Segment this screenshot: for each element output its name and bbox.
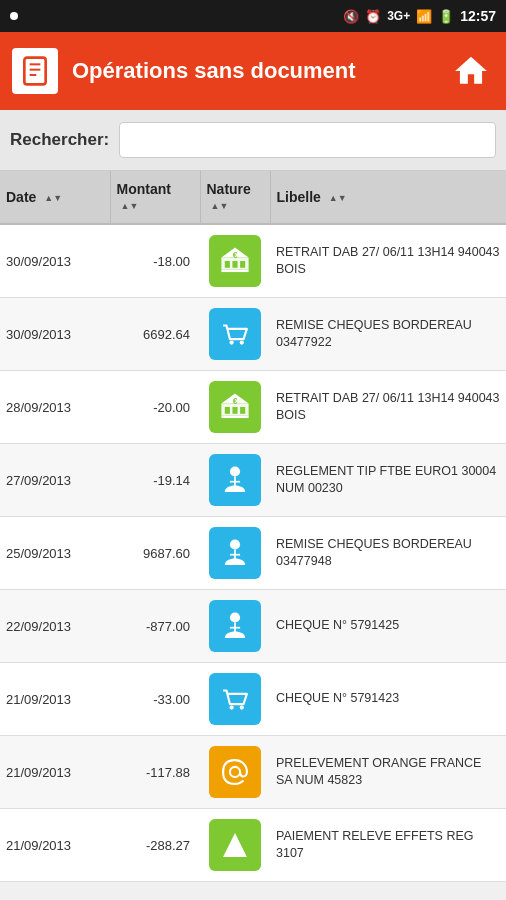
table-row: 27/09/2013 -19.14 REGLEMENT TIP FTBE EUR… <box>0 444 506 517</box>
svg-point-20 <box>230 466 240 476</box>
cell-libelle: REGLEMENT TIP FTBE EURO1 30004 NUM 00230 <box>270 444 506 517</box>
svg-text:€: € <box>233 396 238 406</box>
alarm-icon: ⏰ <box>365 9 381 24</box>
operations-table-container: Date ▲▼ Montant ▲▼ Nature ▲▼ Libelle ▲▼ … <box>0 171 506 900</box>
cell-date: 21/09/2013 <box>0 663 110 736</box>
cell-montant: -288.27 <box>110 809 200 882</box>
document-icon <box>12 48 58 94</box>
cell-date: 21/09/2013 <box>0 736 110 809</box>
svg-point-23 <box>230 539 240 549</box>
android-dot <box>10 12 18 20</box>
bank-icon: € <box>209 381 261 433</box>
home-button[interactable] <box>448 48 494 94</box>
col-nature[interactable]: Nature ▲▼ <box>200 171 270 224</box>
col-montant[interactable]: Montant ▲▼ <box>110 171 200 224</box>
cell-date: 30/09/2013 <box>0 298 110 371</box>
cell-date: 22/09/2013 <box>0 590 110 663</box>
cell-date: 27/09/2013 <box>0 444 110 517</box>
table-row: 21/09/2013 -117.88 PRELEVEMENT ORANGE FR… <box>0 736 506 809</box>
cell-nature <box>200 663 270 736</box>
person-icon <box>209 600 261 652</box>
status-bar: 🔇 ⏰ 3G+ 📶 🔋 12:57 <box>0 0 506 32</box>
chart-icon <box>209 819 261 871</box>
cell-libelle: PAIEMENT RELEVE EFFETS REG 3107 <box>270 809 506 882</box>
svg-rect-17 <box>240 407 245 414</box>
bank-icon: € <box>209 235 261 287</box>
svg-rect-8 <box>240 261 245 268</box>
svg-rect-15 <box>225 407 230 414</box>
status-bar-right: 🔇 ⏰ 3G+ 📶 🔋 12:57 <box>343 8 496 24</box>
svg-text:€: € <box>233 250 238 260</box>
network-label: 3G+ <box>387 9 410 23</box>
sort-montant-icon[interactable]: ▲▼ <box>121 202 139 211</box>
person-icon <box>209 527 261 579</box>
signal-icon: 📶 <box>416 9 432 24</box>
table-row: 25/09/2013 9687.60 REMISE CHEQUES BORDER… <box>0 517 506 590</box>
search-label: Rechercher: <box>10 130 109 150</box>
cell-libelle: RETRAIT DAB 27/ 06/11 13H14 940043 BOIS <box>270 224 506 298</box>
search-input[interactable] <box>119 122 496 158</box>
cart-icon <box>209 308 261 360</box>
svg-point-29 <box>229 705 233 709</box>
cell-nature <box>200 809 270 882</box>
cell-libelle: REMISE CHEQUES BORDEREAU 03477948 <box>270 517 506 590</box>
table-row: 21/09/2013 -33.00 CHEQUE N° 5791423 <box>0 663 506 736</box>
cell-date: 21/09/2013 <box>0 809 110 882</box>
svg-point-12 <box>240 340 244 344</box>
col-libelle[interactable]: Libelle ▲▼ <box>270 171 506 224</box>
cart-icon <box>209 673 261 725</box>
svg-point-11 <box>229 340 233 344</box>
battery-icon: 🔋 <box>438 9 454 24</box>
cell-montant: -877.00 <box>110 590 200 663</box>
cell-date: 28/09/2013 <box>0 371 110 444</box>
cell-montant: -19.14 <box>110 444 200 517</box>
operations-table: Date ▲▼ Montant ▲▼ Nature ▲▼ Libelle ▲▼ … <box>0 171 506 882</box>
cell-nature: € <box>200 224 270 298</box>
cell-libelle: REMISE CHEQUES BORDEREAU 03477922 <box>270 298 506 371</box>
cell-libelle: PRELEVEMENT ORANGE FRANCE SA NUM 45823 <box>270 736 506 809</box>
table-header-row: Date ▲▼ Montant ▲▼ Nature ▲▼ Libelle ▲▼ <box>0 171 506 224</box>
svg-rect-16 <box>232 407 237 414</box>
mute-icon: 🔇 <box>343 9 359 24</box>
cell-montant: -117.88 <box>110 736 200 809</box>
svg-rect-0 <box>24 58 45 85</box>
header: Opérations sans document <box>0 32 506 110</box>
svg-point-31 <box>230 767 240 777</box>
svg-point-30 <box>240 705 244 709</box>
person-icon <box>209 454 261 506</box>
svg-marker-32 <box>223 833 247 857</box>
svg-rect-18 <box>221 416 248 419</box>
table-row: 30/09/2013 -18.00 € RETRAIT DAB 27/ 06/1… <box>0 224 506 298</box>
cell-nature <box>200 736 270 809</box>
sort-nature-icon[interactable]: ▲▼ <box>211 202 229 211</box>
cell-montant: 6692.64 <box>110 298 200 371</box>
cell-date: 25/09/2013 <box>0 517 110 590</box>
svg-rect-7 <box>232 261 237 268</box>
cell-nature <box>200 298 270 371</box>
col-date[interactable]: Date ▲▼ <box>0 171 110 224</box>
search-bar: Rechercher: <box>0 110 506 171</box>
status-bar-left <box>10 12 18 20</box>
table-row: 21/09/2013 -288.27 PAIEMENT RELEVE EFFET… <box>0 809 506 882</box>
table-row: 28/09/2013 -20.00 € RETRAIT DAB 27/ 06/1… <box>0 371 506 444</box>
cell-montant: -33.00 <box>110 663 200 736</box>
cell-montant: 9687.60 <box>110 517 200 590</box>
cell-date: 30/09/2013 <box>0 224 110 298</box>
cell-nature <box>200 444 270 517</box>
table-row: 30/09/2013 6692.64 REMISE CHEQUES BORDER… <box>0 298 506 371</box>
table-row: 22/09/2013 -877.00 CHEQUE N° 5791425 <box>0 590 506 663</box>
sort-libelle-icon[interactable]: ▲▼ <box>329 194 347 203</box>
cell-montant: -20.00 <box>110 371 200 444</box>
time-display: 12:57 <box>460 8 496 24</box>
page-title: Opérations sans document <box>72 58 434 84</box>
svg-rect-6 <box>225 261 230 268</box>
svg-point-26 <box>230 612 240 622</box>
cell-libelle: RETRAIT DAB 27/ 06/11 13H14 940043 BOIS <box>270 371 506 444</box>
cell-libelle: CHEQUE N° 5791425 <box>270 590 506 663</box>
svg-rect-9 <box>221 270 248 273</box>
at-icon <box>209 746 261 798</box>
cell-nature <box>200 590 270 663</box>
sort-date-icon[interactable]: ▲▼ <box>44 194 62 203</box>
cell-nature: € <box>200 371 270 444</box>
cell-nature <box>200 517 270 590</box>
